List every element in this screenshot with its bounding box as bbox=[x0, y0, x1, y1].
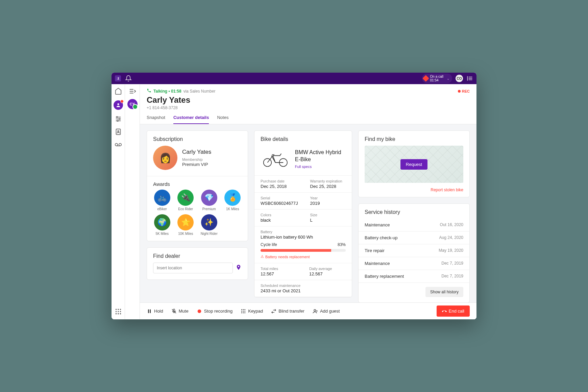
history-date: Out 16, 2020 bbox=[440, 222, 463, 227]
warranty-value: Dec 25, 2028 bbox=[310, 184, 346, 189]
settings-sliders-icon[interactable] bbox=[115, 115, 122, 123]
history-row[interactable]: MaintenanceOut 16, 2020 bbox=[359, 219, 469, 231]
panel-toggle-icon[interactable] bbox=[466, 75, 473, 82]
svg-point-41 bbox=[245, 312, 246, 313]
svg-rect-31 bbox=[150, 309, 151, 313]
svg-rect-1 bbox=[469, 77, 472, 77]
history-row[interactable]: Battery check-upAug 24, 2020 bbox=[359, 231, 469, 244]
svg-point-21 bbox=[120, 311, 121, 312]
user-avatar[interactable]: CO bbox=[456, 75, 463, 82]
purchase-date-value: Dec 25, 2018 bbox=[261, 184, 298, 189]
svg-point-14 bbox=[119, 143, 121, 146]
award-item: ⭐10K Miles bbox=[175, 214, 196, 236]
app-window: :t On a call 01:54 ⌄ CO bbox=[112, 73, 476, 319]
total-miles-label: Total miles bbox=[261, 267, 297, 271]
status-diamond-icon bbox=[422, 75, 429, 82]
battery-label: Battery bbox=[261, 230, 346, 234]
history-row[interactable]: Battery replacementDec 7, 2019 bbox=[359, 270, 469, 283]
svg-point-35 bbox=[245, 309, 246, 310]
total-miles-value: 12.567 bbox=[261, 271, 297, 276]
add-person-icon bbox=[313, 309, 318, 314]
svg-point-23 bbox=[118, 313, 119, 315]
blind-transfer-button[interactable]: Blind transfer bbox=[271, 309, 304, 314]
hangup-icon bbox=[442, 309, 447, 314]
colors-label: Colors bbox=[261, 213, 298, 217]
call-via-text: via Sales Number bbox=[183, 89, 216, 94]
tabs: Snapshot Customer details Notes bbox=[147, 115, 470, 124]
apps-grid-icon[interactable] bbox=[115, 308, 122, 315]
award-badge-icon: ⭐ bbox=[177, 214, 194, 230]
battery-warning: Battery needs replacement bbox=[261, 254, 346, 259]
header: Talking • 01:58 via Sales Number REC Car… bbox=[140, 84, 476, 124]
show-all-history-button[interactable]: Show all history bbox=[425, 287, 463, 297]
service-history-card: Service history MaintenanceOut 16, 2020B… bbox=[358, 203, 470, 302]
topbar: :t On a call 01:54 ⌄ CO bbox=[112, 73, 476, 84]
svg-point-42 bbox=[314, 309, 316, 311]
svg-point-24 bbox=[120, 313, 121, 315]
year-label: Year bbox=[310, 196, 346, 200]
keypad-button[interactable]: Keypad bbox=[241, 309, 263, 314]
tab-snapshot[interactable]: Snapshot bbox=[147, 115, 165, 124]
bell-icon[interactable] bbox=[125, 75, 132, 82]
dealer-location-input[interactable] bbox=[153, 263, 233, 273]
hold-button[interactable]: Hold bbox=[147, 309, 163, 314]
sub-rail: CY bbox=[125, 84, 140, 319]
svg-point-9 bbox=[119, 118, 120, 120]
call-status-pill[interactable]: On a call 01:54 ⌄ bbox=[422, 74, 452, 83]
phone-active-icon bbox=[147, 88, 151, 94]
award-item: 🚲eBiker bbox=[152, 190, 173, 211]
daily-avg-value: 12.567 bbox=[309, 271, 346, 276]
serial-label: Serial bbox=[261, 196, 298, 200]
svg-rect-3 bbox=[469, 79, 472, 80]
history-date: Dec 7, 2019 bbox=[441, 274, 463, 279]
record-icon bbox=[197, 309, 202, 314]
voicemail-icon[interactable] bbox=[115, 141, 122, 148]
location-pin-icon[interactable] bbox=[236, 264, 242, 272]
contacts-icon[interactable] bbox=[114, 100, 123, 110]
tab-notes[interactable]: Notes bbox=[217, 115, 228, 124]
contact-avatar[interactable]: CY bbox=[127, 99, 138, 109]
subscription-name: Carly Yates bbox=[182, 149, 211, 155]
end-call-button[interactable]: End call bbox=[437, 305, 470, 317]
svg-point-17 bbox=[118, 309, 119, 310]
svg-point-40 bbox=[243, 312, 244, 313]
cycle-life-pct: 83% bbox=[338, 242, 346, 247]
award-item: 🏅1K Miles bbox=[222, 190, 243, 211]
stop-recording-button[interactable]: Stop recording bbox=[197, 309, 233, 314]
history-date: Aug 24, 2020 bbox=[439, 235, 463, 240]
svg-point-22 bbox=[115, 313, 117, 315]
award-badge-icon: 🔌 bbox=[177, 190, 194, 206]
keypad-icon bbox=[241, 309, 246, 314]
report-stolen-link[interactable]: Report stolen bike bbox=[359, 186, 469, 197]
award-badge-icon: 🏅 bbox=[224, 190, 241, 206]
cycle-life-label: Cycle life bbox=[261, 242, 277, 247]
home-icon[interactable] bbox=[115, 88, 122, 95]
transfer-icon bbox=[271, 309, 276, 314]
add-guest-button[interactable]: Add guest bbox=[313, 309, 340, 314]
svg-point-32 bbox=[197, 309, 201, 313]
history-row[interactable]: Tire repairMay 19, 2020 bbox=[359, 244, 469, 257]
full-specs-link[interactable]: Full specs bbox=[295, 165, 346, 169]
svg-point-38 bbox=[245, 311, 246, 312]
award-label: Night Rider bbox=[201, 232, 218, 236]
award-label: 10K Miles bbox=[178, 232, 193, 236]
app-logo-icon[interactable]: :t bbox=[115, 75, 121, 81]
history-row[interactable]: MaintenanceDec 7, 2019 bbox=[359, 257, 469, 270]
history-label: Battery check-up bbox=[365, 235, 398, 240]
award-label: 5K Miles bbox=[156, 232, 169, 236]
svg-point-18 bbox=[120, 309, 121, 310]
address-book-icon[interactable] bbox=[115, 128, 122, 136]
svg-point-39 bbox=[241, 312, 242, 313]
mute-button[interactable]: Mute bbox=[171, 309, 189, 314]
svg-point-33 bbox=[241, 309, 242, 310]
collapse-icon[interactable] bbox=[129, 88, 136, 95]
recording-indicator: REC bbox=[458, 89, 470, 93]
tab-customer-details[interactable]: Customer details bbox=[173, 115, 209, 124]
daily-avg-label: Daily average bbox=[309, 267, 346, 271]
pause-icon bbox=[147, 309, 152, 314]
award-badge-icon: 🌍 bbox=[154, 214, 170, 230]
call-status-timer: 01:54 bbox=[430, 78, 443, 82]
year-value: 2019 bbox=[310, 201, 346, 206]
request-location-button[interactable]: Request bbox=[400, 159, 427, 170]
svg-point-12 bbox=[118, 130, 119, 132]
